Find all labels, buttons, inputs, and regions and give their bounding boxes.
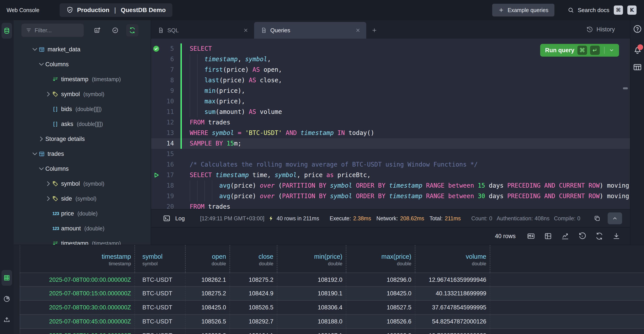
chevron-right-icon[interactable]: [44, 90, 52, 98]
cell[interactable]: 108526.6: [346, 315, 415, 328]
column-header-open[interactable]: opendouble: [186, 245, 230, 273]
cell[interactable]: 108424.9: [230, 287, 277, 300]
chevron-right-icon[interactable]: [44, 195, 52, 203]
tree-item-trades[interactable]: trades: [14, 146, 151, 161]
code-line-13[interactable]: 13WHERE symbol = 'BTC-USDT' AND timestam…: [151, 128, 630, 138]
environment-badge[interactable]: Production | QuestDB Demo: [60, 3, 172, 17]
tree-item-storage-details[interactable]: Storage details: [14, 131, 151, 146]
grid-view-button[interactable]: [2, 270, 12, 286]
refresh-schema-button[interactable]: [126, 24, 138, 36]
code-line-8[interactable]: 8 last(price) AS close,: [151, 75, 630, 86]
code-line-9[interactable]: 9 min(price),: [151, 86, 630, 96]
cell[interactable]: BTC-USDT: [135, 329, 186, 334]
tree-item-market-data[interactable]: market_data: [14, 42, 151, 57]
questdb-logo-button[interactable]: [2, 23, 12, 39]
column-header-close[interactable]: closedouble: [230, 245, 277, 273]
new-tab-button[interactable]: [369, 22, 380, 39]
code-line-16[interactable]: 16/* Calculates the rolling moving avera…: [151, 159, 630, 170]
markdown-button[interactable]: [526, 231, 536, 241]
chevron-down-icon[interactable]: [38, 60, 45, 68]
chevron-down-icon[interactable]: [38, 165, 45, 173]
code-line-19[interactable]: 19 avg(price) over (PARTITION BY symbol …: [151, 191, 630, 202]
tab-queries[interactable]: Queries: [254, 22, 366, 39]
tree-item-symbol[interactable]: symbol(symbol): [14, 176, 151, 191]
chevron-down-icon[interactable]: [31, 45, 39, 53]
code-line-14[interactable]: 14SAMPLE BY 15m;: [151, 138, 630, 149]
tree-item-timestamp[interactable]: timestamp(timestamp): [14, 236, 151, 245]
cell[interactable]: 108262.1: [186, 273, 230, 286]
schema-filter-input[interactable]: Filter...: [22, 24, 84, 37]
cell[interactable]: 108192.0: [277, 273, 346, 286]
refresh-button[interactable]: [594, 231, 604, 241]
column-header-maxprice[interactable]: max(price)double: [346, 245, 415, 273]
code-line-7[interactable]: 7 first(price) AS open,: [151, 65, 630, 75]
code-line-10[interactable]: 10 max(price),: [151, 96, 630, 107]
datagrid-panel-button[interactable]: [630, 60, 644, 74]
cell[interactable]: 2025-07-08T00:00:00.000000Z: [20, 273, 135, 286]
tab-sql[interactable]: SQL: [151, 22, 254, 39]
column-header-symbol[interactable]: symbolsymbol: [135, 245, 186, 273]
cell[interactable]: 108526.5: [230, 301, 277, 314]
column-header-volume[interactable]: volumedouble: [415, 245, 490, 273]
cell[interactable]: BTC-USDT: [135, 315, 186, 328]
close-tab-icon[interactable]: [243, 28, 248, 33]
cell[interactable]: 108127.1: [277, 329, 346, 334]
cell[interactable]: 2025-07-08T00:45:00.000000Z: [20, 315, 135, 328]
cell[interactable]: 108190.1: [277, 287, 346, 300]
tree-item-columns[interactable]: Columns: [14, 161, 151, 176]
chevron-down-icon[interactable]: [609, 48, 614, 53]
tree-item-side[interactable]: side(symbol): [14, 191, 151, 206]
tree-item-timestamp[interactable]: timestamp(timestamp): [14, 72, 151, 87]
cell[interactable]: 108296.0: [346, 273, 415, 286]
cell[interactable]: 54.82547872000126: [415, 315, 490, 328]
code-line-15[interactable]: 15: [151, 149, 630, 159]
layout-columns-button[interactable]: [543, 231, 553, 241]
cell[interactable]: 108425.0: [186, 301, 230, 314]
cell[interactable]: 108292.8: [186, 329, 230, 334]
cell[interactable]: 2025-07-08T00:15:00.000000Z: [20, 287, 135, 300]
close-tab-icon[interactable]: [355, 28, 360, 33]
column-header-timestamp[interactable]: timestamptimestamp: [20, 245, 135, 273]
code-line-12[interactable]: 12FROM trades: [151, 117, 630, 128]
cell[interactable]: 108292.7: [230, 315, 277, 328]
sql-editor[interactable]: 5SELECT6 timestamp, symbol,7 first(price…: [151, 39, 630, 209]
download-button[interactable]: [612, 231, 621, 241]
notifications-button[interactable]: [630, 43, 644, 57]
table-row[interactable]: 2025-07-08T00:00:00.000000ZBTC-USDT10826…: [20, 273, 644, 287]
cell[interactable]: 108275.2: [186, 287, 230, 300]
tree-item-amount[interactable]: 123amount(double): [14, 221, 151, 236]
chevron-down-icon[interactable]: [31, 150, 39, 158]
cell[interactable]: 40.1332118699999: [415, 287, 490, 300]
tree-item-price[interactable]: 123price(double): [14, 206, 151, 221]
cell[interactable]: 108292.8: [346, 329, 415, 334]
code-line-20[interactable]: 20FROM trades: [151, 202, 630, 209]
cell[interactable]: BTC-USDT: [135, 273, 186, 286]
editor-scrollbar-thumb[interactable]: [623, 87, 628, 89]
time-restore-button[interactable]: [578, 231, 587, 241]
cell[interactable]: 108425.0: [346, 287, 415, 300]
chart-button[interactable]: [560, 231, 570, 241]
cell[interactable]: 108527.5: [346, 301, 415, 314]
table-row[interactable]: 2025-07-08T00:30:00.000000ZBTC-USDT10842…: [20, 301, 644, 315]
tree-item-asks[interactable]: []asks(double[][]): [14, 116, 151, 131]
cell[interactable]: 108306.4: [277, 301, 346, 314]
table-row[interactable]: 2025-07-08T01:00:00.000000ZBTC-USDT10829…: [20, 329, 644, 334]
tree-item-columns[interactable]: Columns: [14, 57, 151, 72]
chart-view-button[interactable]: [2, 291, 12, 307]
cell[interactable]: 108526.5: [186, 315, 230, 328]
table-row[interactable]: 2025-07-08T00:45:00.000000ZBTC-USDT10852…: [20, 315, 644, 329]
chevron-right-icon[interactable]: [38, 135, 45, 143]
help-button[interactable]: [630, 22, 644, 36]
add-metrics-button[interactable]: [91, 24, 104, 36]
code-line-17[interactable]: 17SELECT timestamp time, symbol, price a…: [151, 170, 630, 180]
cell[interactable]: 12.967416359999946: [415, 273, 490, 286]
tree-item-symbol[interactable]: symbol(symbol): [14, 87, 151, 102]
column-header-minprice[interactable]: min(price)double: [277, 245, 346, 273]
search-docs-button[interactable]: Search docs ⌘ K: [568, 6, 636, 15]
tree-item-bids[interactable]: []bids(double[][]): [14, 102, 151, 116]
cell[interactable]: 2025-07-08T01:00:00.000000Z: [20, 329, 135, 334]
table-row[interactable]: 2025-07-08T00:15:00.000000ZBTC-USDT10827…: [20, 287, 644, 301]
cell[interactable]: 108164.1: [230, 329, 277, 334]
cell[interactable]: 37.67478545999995: [415, 301, 490, 314]
chevron-right-icon[interactable]: [44, 180, 52, 188]
